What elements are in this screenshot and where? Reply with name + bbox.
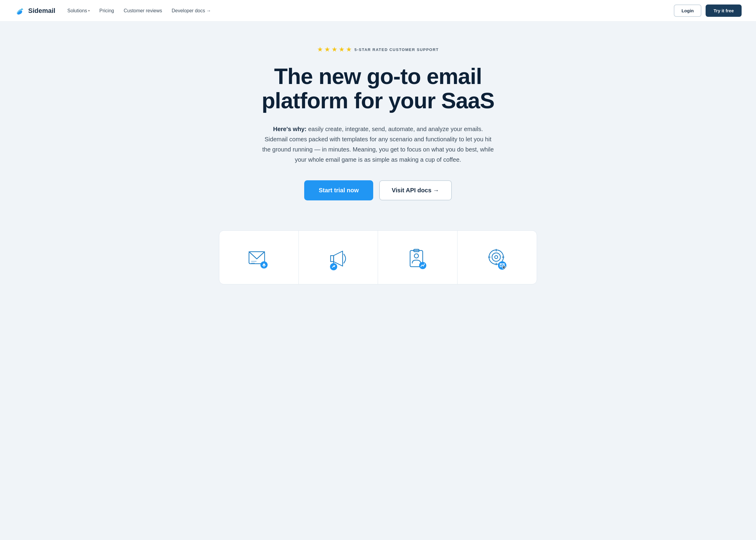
cta-row: Start trial now Visit API docs →	[304, 180, 451, 201]
analytics-icon	[484, 245, 511, 272]
nav-reviews-link[interactable]: Customer reviews	[124, 8, 162, 13]
star-2: ★	[324, 46, 330, 54]
navbar-right: Login Try it free	[674, 5, 742, 17]
hero-section: ★ ★ ★ ★ ★ 5-STAR RATED CUSTOMER SUPPORT …	[243, 22, 513, 218]
svg-point-12	[414, 254, 419, 258]
marketing-icon	[324, 245, 352, 272]
nav-item-docs[interactable]: Developer docs →	[172, 8, 211, 14]
nav-item-pricing[interactable]: Pricing	[99, 8, 114, 14]
star-3: ★	[331, 46, 337, 54]
login-button[interactable]: Login	[674, 5, 702, 17]
brand-link[interactable]: Sidemail	[14, 5, 55, 16]
feature-marketing	[299, 231, 378, 284]
feature-contacts	[378, 231, 457, 284]
hero-subtitle: Here's why: easily create, integrate, se…	[261, 124, 495, 165]
nav-docs-link[interactable]: Developer docs →	[172, 8, 211, 14]
stars-label: 5-STAR RATED CUSTOMER SUPPORT	[354, 48, 439, 52]
email-delivery-icon	[245, 245, 272, 272]
contacts-icon	[404, 245, 431, 272]
brand-logo-icon	[14, 5, 25, 16]
start-trial-button[interactable]: Start trial now	[304, 180, 373, 201]
navbar: Sidemail Solutions ▾ Pricing Customer re…	[0, 0, 756, 22]
visit-api-docs-button[interactable]: Visit API docs →	[379, 180, 452, 201]
nav-links: Solutions ▾ Pricing Customer reviews Dev…	[67, 8, 211, 14]
nav-solutions-link[interactable]: Solutions ▾	[67, 8, 90, 14]
nav-item-reviews[interactable]: Customer reviews	[124, 8, 162, 14]
star-4: ★	[339, 46, 345, 54]
stars-row: ★ ★ ★ ★ ★ 5-STAR RATED CUSTOMER SUPPORT	[317, 46, 439, 54]
nav-pricing-link[interactable]: Pricing	[99, 8, 114, 13]
navbar-left: Sidemail Solutions ▾ Pricing Customer re…	[14, 5, 211, 16]
brand-name: Sidemail	[28, 7, 55, 15]
svg-line-25	[504, 267, 505, 268]
feature-email-delivery	[219, 231, 299, 284]
chevron-down-icon: ▾	[88, 9, 90, 12]
features-strip	[219, 230, 537, 284]
star-1: ★	[317, 46, 323, 54]
svg-point-15	[492, 253, 500, 261]
try-it-free-button[interactable]: Try it free	[705, 5, 742, 17]
svg-point-0	[21, 8, 23, 10]
stars-group: ★ ★ ★ ★ ★	[317, 46, 352, 54]
star-5: ★	[346, 46, 352, 54]
external-arrow-icon: →	[206, 8, 211, 14]
hero-title: The new go-to email platform for your Sa…	[262, 64, 494, 113]
feature-analytics	[457, 231, 537, 284]
nav-item-solutions[interactable]: Solutions ▾	[67, 8, 90, 14]
svg-point-16	[495, 256, 498, 259]
